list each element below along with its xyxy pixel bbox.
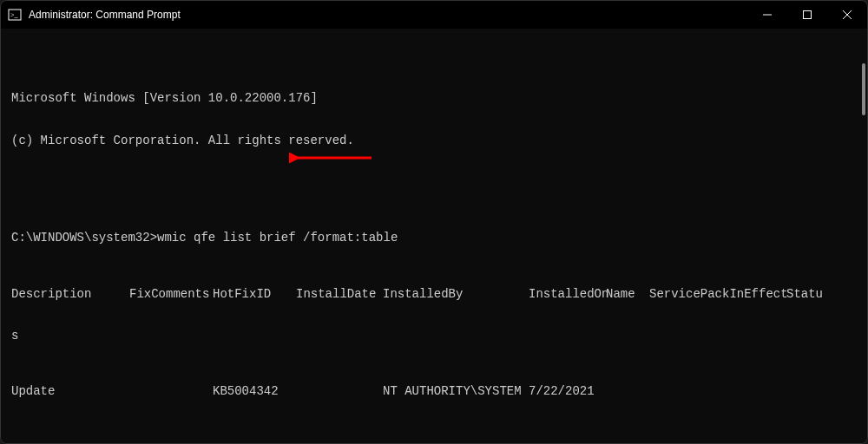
cell-description: Update bbox=[11, 384, 129, 398]
window-title: Administrator: Command Prompt bbox=[29, 9, 181, 21]
hdr-status-part: Statu bbox=[786, 287, 823, 301]
hdr-hotfixid: HotFixID bbox=[213, 287, 296, 301]
titlebar: >_ Administrator: Command Prompt bbox=[1, 1, 867, 29]
command-prompt-window: >_ Administrator: Command Prompt Microso… bbox=[0, 0, 868, 444]
cell-installedby: NT AUTHORITY\SYSTEM bbox=[383, 384, 529, 398]
cmd-icon: >_ bbox=[8, 8, 22, 22]
banner-line-2: (c) Microsoft Corporation. All rights re… bbox=[11, 134, 857, 147]
svg-text:>_: >_ bbox=[10, 11, 19, 19]
hdr-status-wrap: s bbox=[11, 329, 857, 343]
hdr-fixcomments: FixComments bbox=[129, 287, 213, 301]
command-text: wmic qfe list brief /format:table bbox=[157, 231, 398, 245]
hdr-installdate: InstallDate bbox=[296, 287, 383, 301]
blank bbox=[11, 175, 857, 189]
table-row: Update KB5004342 NT AUTHORITY\SYSTEM 7/2… bbox=[11, 384, 857, 398]
scrollbar[interactable] bbox=[862, 63, 865, 115]
cell-installedon: 7/22/2021 bbox=[529, 384, 606, 398]
table-header-row: Description FixComments HotFixID Install… bbox=[11, 287, 857, 301]
annotation-arrow-icon bbox=[289, 149, 376, 166]
blank bbox=[11, 427, 857, 441]
titlebar-left: >_ Administrator: Command Prompt bbox=[8, 8, 181, 22]
prompt-line-1: C:\WINDOWS\system32>wmic qfe list brief … bbox=[11, 231, 857, 245]
maximize-button[interactable] bbox=[787, 1, 827, 29]
hdr-description: Description bbox=[11, 287, 129, 301]
terminal-area[interactable]: Microsoft Windows [Version 10.0.22000.17… bbox=[1, 29, 867, 443]
cell-fixcomments bbox=[129, 384, 213, 398]
svg-rect-3 bbox=[804, 11, 812, 19]
window-controls bbox=[747, 1, 867, 29]
cell-installdate bbox=[296, 384, 383, 398]
hdr-spe: ServicePackInEffect bbox=[649, 287, 786, 301]
prompt-path: C:\WINDOWS\system32> bbox=[11, 231, 157, 245]
minimize-button[interactable] bbox=[747, 1, 787, 29]
banner-line-1: Microsoft Windows [Version 10.0.22000.17… bbox=[11, 91, 857, 105]
hdr-installedby: InstalledBy bbox=[383, 287, 529, 301]
hdr-installedon: InstalledOn bbox=[529, 287, 606, 301]
hdr-name: Name bbox=[606, 287, 649, 301]
cell-hotfixid: KB5004342 bbox=[213, 384, 296, 398]
close-button[interactable] bbox=[827, 1, 867, 29]
